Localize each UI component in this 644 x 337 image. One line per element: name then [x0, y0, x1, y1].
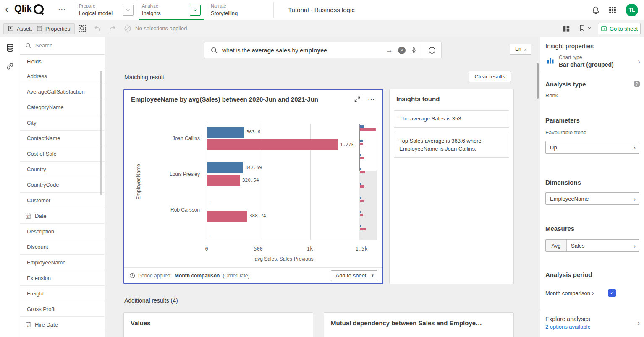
chart-type-row[interactable]: Chart type Bar chart (grouped) › [540, 52, 644, 71]
smart-search-icon[interactable] [78, 24, 86, 33]
field-item[interactable]: Description [20, 224, 105, 239]
value-label: 1.27k [340, 142, 354, 147]
analyze-dropdown-button[interactable] [190, 5, 201, 16]
measure-field[interactable]: Sales [567, 243, 585, 249]
insight-item[interactable]: The average Sales is 353. [394, 110, 509, 128]
user-avatar[interactable]: TL [626, 4, 638, 16]
nav-analyze[interactable]: Analyze Insights [142, 3, 161, 17]
insight-item[interactable]: Top Sales average is 363.6 where Employe… [394, 133, 509, 158]
field-item[interactable]: AverageCallSatisfaction [20, 84, 105, 99]
bookmark-button[interactable] [579, 24, 592, 31]
query-token: what is the [222, 47, 252, 54]
add-to-sheet-button[interactable]: Add to sheet ▾ [331, 270, 377, 281]
field-item[interactable]: Customer [20, 193, 105, 208]
microphone-icon[interactable] [411, 47, 417, 54]
chevron-right-icon[interactable]: › [637, 319, 640, 327]
data-model-icon[interactable] [5, 43, 15, 53]
sidebar-search-input[interactable] [35, 42, 94, 49]
clear-results-button[interactable]: Clear results [469, 71, 511, 82]
sidebar-search[interactable] [20, 37, 105, 55]
qlik-logo[interactable]: Qlik [14, 3, 44, 15]
dimension-item[interactable]: EmployeeName › [545, 192, 639, 205]
link-icon[interactable] [5, 61, 15, 71]
field-label: Hire Date [35, 321, 58, 328]
field-item[interactable]: Gross Profit [20, 301, 105, 317]
language-selector[interactable]: En › [510, 44, 531, 55]
field-label: CountryCode [27, 182, 59, 188]
nav-prepare[interactable]: Prepare Logical model [79, 3, 113, 17]
field-item[interactable]: Discount [20, 239, 105, 255]
app-grid-icon[interactable] [608, 5, 617, 15]
caret-down-icon[interactable]: ▾ [370, 273, 377, 278]
prepare-dropdown-button[interactable] [123, 5, 134, 16]
result-chart-card[interactable]: EmployeeName by avg(Sales) between 2020-… [123, 89, 383, 284]
field-item[interactable]: CategoryName [20, 99, 105, 115]
period-value: Month comparison [175, 273, 220, 279]
field-item[interactable]: Freight [20, 286, 105, 301]
minimap-bar [360, 168, 361, 170]
properties-icon [37, 26, 42, 31]
help-icon[interactable]: ? [634, 81, 640, 87]
measure-item[interactable]: Avg Sales › [545, 239, 639, 252]
minimap-bar [360, 171, 365, 173]
chevron-right-icon: › [634, 242, 636, 249]
analysis-period-checkbox[interactable]: ✓ [608, 289, 616, 297]
nl-search-bar[interactable]: what is the average sales by employee → … [204, 42, 442, 58]
clear-query-icon[interactable]: × [398, 47, 406, 54]
field-item[interactable]: 12Date [20, 208, 105, 224]
field-item[interactable]: ContactName [20, 131, 105, 146]
additional-card-values[interactable]: Values [123, 312, 313, 337]
favourable-trend-select[interactable]: Up › [545, 141, 639, 154]
field-item[interactable]: 12Hire Date [20, 317, 105, 332]
additional-card-mutual-dependency[interactable]: Mutual dependency between Sales and Empl… [324, 312, 514, 337]
x-ticks: 05001k1.5k [124, 246, 382, 253]
nav-section-label: Analyze [142, 3, 161, 9]
measure-aggregation-dropdown[interactable]: Avg [546, 240, 567, 251]
more-menu-icon[interactable]: ⋯ [58, 5, 66, 14]
panel-title: Insight properties [545, 42, 594, 50]
more-options-icon[interactable]: ⋯ [367, 95, 375, 103]
divider [540, 311, 644, 311]
field-label: EmployeeName [27, 259, 66, 266]
field-item[interactable]: Country [20, 162, 105, 177]
value-label: - [209, 233, 212, 238]
info-icon[interactable] [422, 42, 441, 58]
notifications-bell-icon[interactable] [591, 5, 600, 15]
field-item[interactable]: Extension [20, 270, 105, 286]
field-item[interactable]: EmployeeName [20, 255, 105, 270]
x-tick-label: 0 [205, 246, 208, 252]
bar-previous[interactable] [207, 139, 338, 150]
sidebar-scrollbar[interactable] [100, 71, 102, 195]
dimension-value: EmployeeName [550, 196, 589, 202]
field-item[interactable]: CountryCode [20, 177, 105, 193]
field-label: Extension [27, 275, 51, 281]
properties-button[interactable]: Properties [32, 23, 75, 34]
bar-previous[interactable] [207, 211, 247, 222]
card-title: Mutual dependency between Sales and Empl… [331, 319, 482, 327]
nav-item-label: Insights [142, 10, 161, 17]
explore-options-link[interactable]: 2 options available [545, 324, 591, 330]
language-label: En [515, 46, 521, 52]
bar-current[interactable] [207, 162, 243, 173]
nav-narrate[interactable]: Narrate Storytelling [211, 3, 238, 17]
go-to-sheet-button[interactable]: Go to sheet [598, 23, 641, 34]
sheet-layout-icon[interactable] [562, 24, 570, 33]
chevron-right-icon: › [634, 195, 636, 202]
bar-current[interactable] [207, 127, 244, 138]
field-item[interactable]: Address [20, 68, 105, 84]
expand-icon[interactable] [353, 95, 361, 103]
bar-previous[interactable] [207, 175, 240, 186]
minimap-bar [360, 197, 361, 199]
submit-arrow-icon[interactable]: → [386, 46, 393, 55]
analysis-period-row[interactable]: Month comparison › [545, 286, 639, 300]
search-query[interactable]: what is the average sales by employee [222, 47, 381, 54]
fields-section-header[interactable]: Fields [20, 55, 105, 68]
back-chevron-icon[interactable]: ‹ [5, 4, 8, 16]
chart-title: EmployeeName by avg(Sales) between 2020-… [131, 96, 345, 103]
field-label: Description [27, 228, 54, 235]
selection-status: No selections applied [135, 20, 187, 37]
insight-properties-panel: Insight properties Chart type Bar chart … [540, 37, 644, 337]
field-item[interactable]: City [20, 115, 105, 131]
main-scrollbar[interactable] [537, 63, 539, 99]
field-item[interactable]: Cost of Sale [20, 146, 105, 162]
